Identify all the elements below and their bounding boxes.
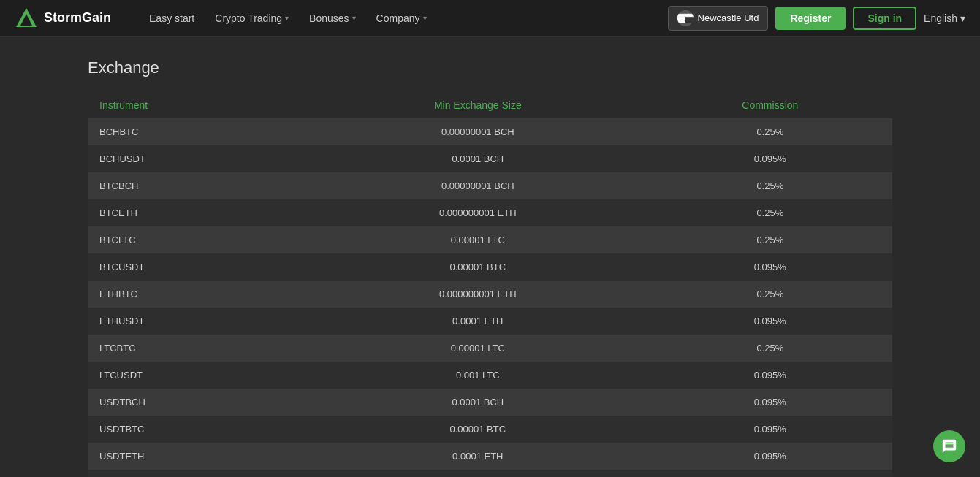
cell-commission: 0.25% xyxy=(648,335,892,362)
newcastle-button[interactable]: Newcastle Utd xyxy=(668,6,769,31)
col-instrument: Instrument xyxy=(88,92,308,118)
nav-company-label: Company xyxy=(376,12,420,24)
cell-min-size: 0.001 LTC xyxy=(308,470,648,477)
header-right: Newcastle Utd Register Sign in English ▾ xyxy=(668,6,965,31)
header: StormGain Easy start Crypto Trading ▾ Bo… xyxy=(0,0,980,37)
table-row: LTCBTC0.00001 LTC0.25% xyxy=(88,335,892,362)
cell-instrument: USDTETH xyxy=(88,443,308,470)
signin-button[interactable]: Sign in xyxy=(853,7,916,30)
cell-instrument: LTCUSDT xyxy=(88,362,308,389)
cell-commission: 0.25% xyxy=(648,118,892,145)
cell-min-size: 0.00001 LTC xyxy=(308,226,648,253)
svg-rect-5 xyxy=(677,14,694,17)
cell-instrument: BCHBTC xyxy=(88,118,308,145)
cell-commission: 0.095% xyxy=(648,389,892,416)
logo-area[interactable]: StormGain xyxy=(15,7,111,30)
table-row: BTCBCH0.00000001 BCH0.25% xyxy=(88,172,892,199)
cell-commission: 0.095% xyxy=(648,443,892,470)
chevron-down-icon: ▾ xyxy=(423,14,427,22)
table-row: BTCLTC0.00001 LTC0.25% xyxy=(88,226,892,253)
cell-commission: 0.095% xyxy=(648,470,892,477)
chat-icon xyxy=(941,438,957,454)
cell-commission: 0.25% xyxy=(648,199,892,226)
nav-crypto-trading[interactable]: Crypto Trading ▾ xyxy=(206,7,297,30)
cell-instrument: BTCBCH xyxy=(88,172,308,199)
cell-min-size: 0.000000001 ETH xyxy=(308,281,648,308)
table-row: BCHUSDT0.0001 BCH0.095% xyxy=(88,145,892,172)
table-row: ETHBTC0.000000001 ETH0.25% xyxy=(88,281,892,308)
cell-instrument: USDTBTC xyxy=(88,416,308,443)
cell-instrument: BTCETH xyxy=(88,199,308,226)
page-title: Exchange xyxy=(88,58,892,77)
table-row: USDTLTC0.001 LTC0.095% xyxy=(88,470,892,477)
cell-commission: 0.25% xyxy=(648,226,892,253)
table-row: BCHBTC0.00000001 BCH0.25% xyxy=(88,118,892,145)
table-row: ETHUSDT0.0001 ETH0.095% xyxy=(88,308,892,335)
cell-commission: 0.095% xyxy=(648,145,892,172)
register-button[interactable]: Register xyxy=(775,7,846,30)
col-min-size: Min Exchange Size xyxy=(308,92,648,118)
col-commission: Commission xyxy=(648,92,892,118)
table-row: BTCUSDT0.00001 BTC0.095% xyxy=(88,253,892,281)
cell-instrument: BCHUSDT xyxy=(88,145,308,172)
exchange-table: Instrument Min Exchange Size Commission … xyxy=(88,92,892,477)
cell-min-size: 0.0001 BCH xyxy=(308,145,648,172)
language-button[interactable]: English ▾ xyxy=(924,12,965,24)
cell-min-size: 0.00000001 BCH xyxy=(308,118,648,145)
table-header-row: Instrument Min Exchange Size Commission xyxy=(88,92,892,118)
cell-instrument: ETHUSDT xyxy=(88,308,308,335)
cell-min-size: 0.0001 ETH xyxy=(308,308,648,335)
nav-easy-start-label: Easy start xyxy=(149,12,194,24)
cell-min-size: 0.00001 BTC xyxy=(308,253,648,281)
cell-min-size: 0.0001 BCH xyxy=(308,389,648,416)
nav-crypto-trading-label: Crypto Trading xyxy=(215,12,282,24)
newcastle-label: Newcastle Utd xyxy=(698,12,759,23)
cell-min-size: 0.00001 BTC xyxy=(308,416,648,443)
nav-bonuses[interactable]: Bonuses ▾ xyxy=(300,7,364,30)
language-label: English xyxy=(924,12,957,24)
newcastle-icon xyxy=(677,10,694,26)
cell-commission: 0.095% xyxy=(648,416,892,443)
logo-text: StormGain xyxy=(44,10,111,26)
cell-instrument: USDTBCH xyxy=(88,389,308,416)
cell-instrument: USDTLTC xyxy=(88,470,308,477)
table-row: USDTBCH0.0001 BCH0.095% xyxy=(88,389,892,416)
nav-bonuses-label: Bonuses xyxy=(309,12,349,24)
cell-min-size: 0.001 LTC xyxy=(308,362,648,389)
cell-instrument: ETHBTC xyxy=(88,281,308,308)
cell-instrument: BTCUSDT xyxy=(88,253,308,281)
cell-commission: 0.095% xyxy=(648,253,892,281)
nav-easy-start[interactable]: Easy start xyxy=(140,7,203,30)
table-body: BCHBTC0.00000001 BCH0.25%BCHUSDT0.0001 B… xyxy=(88,118,892,477)
cell-min-size: 0.000000001 ETH xyxy=(308,199,648,226)
logo-icon xyxy=(15,7,38,30)
cell-commission: 0.25% xyxy=(648,172,892,199)
table-row: USDTETH0.0001 ETH0.095% xyxy=(88,443,892,470)
cell-min-size: 0.00000001 BCH xyxy=(308,172,648,199)
chevron-down-icon: ▾ xyxy=(960,12,965,24)
cell-instrument: LTCBTC xyxy=(88,335,308,362)
chevron-down-icon: ▾ xyxy=(352,14,356,22)
chevron-down-icon: ▾ xyxy=(285,14,289,22)
cell-min-size: 0.00001 LTC xyxy=(308,335,648,362)
table-row: LTCUSDT0.001 LTC0.095% xyxy=(88,362,892,389)
table-row: USDTBTC0.00001 BTC0.095% xyxy=(88,416,892,443)
nav-company[interactable]: Company ▾ xyxy=(368,7,436,30)
cell-commission: 0.095% xyxy=(648,308,892,335)
table-row: BTCETH0.000000001 ETH0.25% xyxy=(88,199,892,226)
table-header: Instrument Min Exchange Size Commission xyxy=(88,92,892,118)
cell-commission: 0.25% xyxy=(648,281,892,308)
main-content: Exchange Instrument Min Exchange Size Co… xyxy=(0,37,980,477)
cell-commission: 0.095% xyxy=(648,362,892,389)
cell-instrument: BTCLTC xyxy=(88,226,308,253)
chat-bubble[interactable] xyxy=(933,430,965,462)
main-nav: Easy start Crypto Trading ▾ Bonuses ▾ Co… xyxy=(140,7,668,30)
cell-min-size: 0.0001 ETH xyxy=(308,443,648,470)
